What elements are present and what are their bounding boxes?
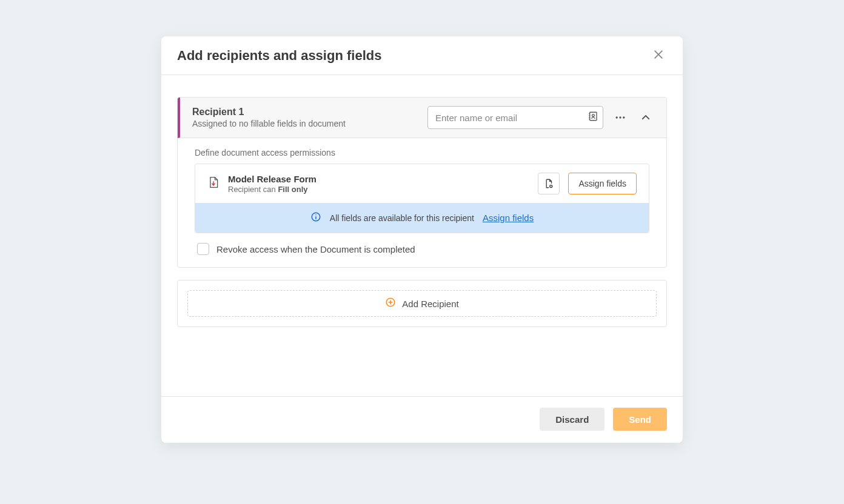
permissions-section: Define document access permissions Model… (178, 138, 666, 267)
recipient-info: Recipient 1 Assigned to no fillable fiel… (192, 107, 419, 128)
svg-point-14 (315, 214, 316, 216)
document-row: Model Release Form Recipient can Fill on… (195, 164, 649, 203)
name-input-wrapper (427, 106, 603, 129)
document-text: Model Release Form Recipient can Fill on… (228, 174, 529, 194)
info-strip: All fields are available for this recipi… (195, 203, 649, 233)
send-button[interactable]: Send (613, 408, 667, 431)
dots-icon (614, 111, 626, 124)
doc-sub-mode: Fill only (278, 185, 307, 194)
discard-button[interactable]: Discard (540, 408, 605, 431)
svg-point-3 (592, 114, 595, 117)
svg-point-11 (550, 185, 552, 188)
document-settings-button[interactable] (538, 173, 560, 194)
document-title: Model Release Form (228, 174, 529, 184)
pdf-icon (207, 176, 219, 191)
add-recipient-label: Add Recipient (402, 299, 458, 309)
close-button[interactable] (650, 46, 667, 65)
assign-fields-link[interactable]: Assign fields (483, 213, 534, 223)
more-options-button[interactable] (612, 109, 629, 126)
close-icon (652, 48, 665, 61)
modal-header: Add recipients and assign fields (161, 36, 683, 75)
recipient-header: Recipient 1 Assigned to no fillable fiel… (178, 98, 666, 138)
chevron-up-icon (640, 112, 651, 123)
plus-circle-icon (385, 297, 396, 310)
collapse-button[interactable] (637, 109, 654, 126)
modal-add-recipients: Add recipients and assign fields Recipie… (161, 36, 683, 443)
assign-fields-button[interactable]: Assign fields (568, 173, 637, 194)
recipient-subtitle: Assigned to no fillable fields in docume… (192, 119, 419, 128)
doc-sub-prefix: Recipient can (228, 185, 278, 194)
recipient-title: Recipient 1 (192, 107, 419, 118)
revoke-row: Revoke access when the Document is compl… (195, 243, 649, 255)
svg-point-8 (616, 116, 618, 118)
add-recipient-container: Add Recipient (177, 280, 667, 327)
modal-body: Recipient 1 Assigned to no fillable fiel… (161, 75, 683, 396)
revoke-label: Revoke access when the Document is compl… (216, 244, 415, 254)
info-text: All fields are available for this recipi… (330, 213, 474, 223)
svg-point-9 (619, 116, 621, 118)
recipient-name-input[interactable] (427, 106, 603, 129)
info-icon (310, 211, 321, 224)
document-gear-icon (543, 178, 554, 189)
revoke-checkbox[interactable] (197, 243, 209, 255)
add-recipient-button[interactable]: Add Recipient (187, 290, 657, 317)
permissions-label: Define document access permissions (195, 148, 649, 158)
document-card: Model Release Form Recipient can Fill on… (195, 164, 649, 233)
modal-title: Add recipients and assign fields (177, 48, 381, 64)
contacts-icon[interactable] (588, 111, 598, 124)
modal-footer: Discard Send (161, 396, 683, 443)
svg-point-10 (623, 116, 625, 118)
recipient-card: Recipient 1 Assigned to no fillable fiel… (177, 97, 667, 268)
document-subtitle: Recipient can Fill only (228, 185, 529, 194)
